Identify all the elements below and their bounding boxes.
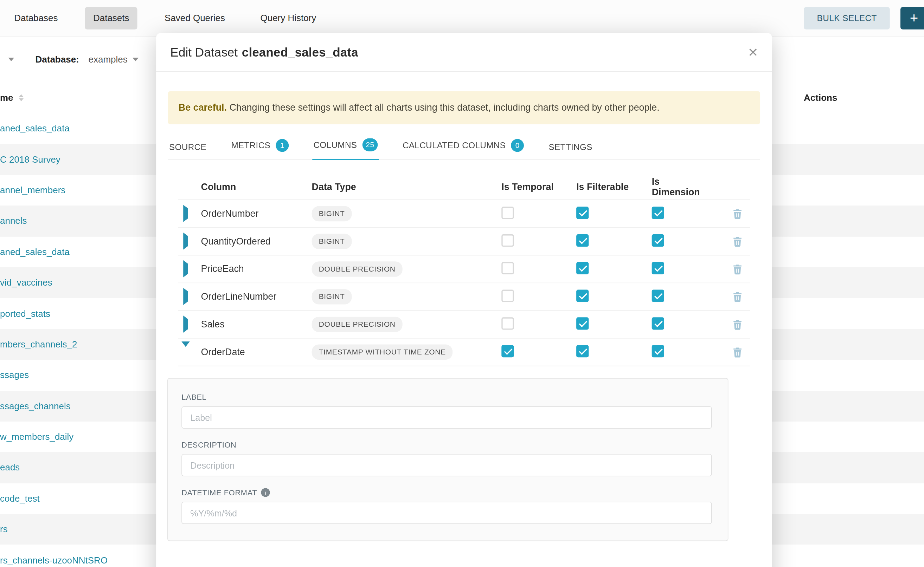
is-filterable-checkbox[interactable] [576, 345, 588, 357]
dataset-link[interactable]: eads [0, 462, 20, 473]
expand-caret-icon[interactable] [183, 288, 188, 305]
is-temporal-checkbox[interactable] [501, 262, 514, 274]
dataset-link[interactable]: C 2018 Survey [0, 154, 60, 164]
columns-table-body: OrderNumberBIGINTQuantityOrderedBIGINTPr… [178, 200, 750, 366]
datetime-format-input[interactable] [181, 502, 712, 524]
expand-caret-icon[interactable] [183, 315, 188, 333]
is-temporal-checkbox[interactable] [501, 290, 514, 302]
info-icon[interactable]: i [261, 488, 270, 497]
description-input[interactable] [181, 454, 712, 476]
caret-cell [178, 292, 199, 302]
checkbox-cell [571, 317, 647, 332]
modal-title-prefix: Edit Dataset [170, 45, 238, 58]
sort-icon[interactable] [19, 94, 24, 101]
is-dimension-checkbox[interactable] [652, 206, 664, 219]
is-filterable-checkbox[interactable] [576, 317, 588, 330]
type-cell: DOUBLE PRECISION [312, 261, 497, 277]
label-field-group: LABEL [181, 393, 712, 429]
dataset-link[interactable]: rs_channels-uzooNNtSRO [0, 555, 108, 566]
close-icon[interactable]: × [748, 44, 758, 60]
column-detail-panel: LABEL DESCRIPTION DATETIME FORMAT i [167, 378, 728, 541]
tab-source[interactable]: SOURCE [168, 136, 208, 159]
dataset-link[interactable]: ssages [0, 370, 29, 381]
is-filterable-checkbox[interactable] [576, 290, 588, 302]
dataset-link[interactable]: ssages_channels [0, 401, 71, 411]
delete-column-button[interactable] [732, 208, 750, 219]
tab-calculated-columns[interactable]: CALCULATED COLUMNS0 [402, 133, 525, 159]
modal-tabs: SOURCEMETRICS1COLUMNS25CALCULATED COLUMN… [168, 132, 760, 160]
chevron-down-icon[interactable] [8, 58, 14, 61]
datetime-format-field-group: DATETIME FORMAT i [181, 488, 712, 524]
tab-metrics[interactable]: METRICS1 [230, 133, 290, 159]
dataset-link[interactable]: ported_stats [0, 308, 50, 319]
delete-column-button[interactable] [732, 236, 750, 247]
name-column-header[interactable]: me [0, 92, 14, 103]
data-type-pill: BIGINT [312, 206, 352, 222]
nav-item-databases[interactable]: Databases [6, 7, 66, 29]
columns-table-header: ColumnData TypeIs TemporalIs FilterableI… [178, 174, 750, 200]
modal-title: Edit Datasetcleaned_sales_data [170, 45, 358, 59]
column-header-data-type: Data Type [312, 182, 497, 192]
dataset-link[interactable]: aned_sales_data [0, 247, 69, 257]
checkbox-cell [571, 262, 647, 276]
dataset-link[interactable]: annels [0, 216, 27, 226]
expand-caret-icon[interactable] [183, 260, 188, 278]
dataset-link[interactable]: w_members_daily [0, 432, 74, 442]
database-filter-select[interactable]: examples [89, 54, 139, 64]
is-temporal-checkbox[interactable] [501, 234, 514, 246]
checkbox-cell [496, 206, 571, 221]
columns-table: ColumnData TypeIs TemporalIs FilterableI… [178, 174, 750, 366]
trash-icon [732, 319, 743, 330]
label-input[interactable] [181, 406, 712, 429]
warning-text: Changing these settings will affect all … [227, 103, 660, 112]
nav-item-datasets[interactable]: Datasets [85, 7, 137, 29]
data-type-pill: DOUBLE PRECISION [312, 317, 403, 332]
checkbox-cell [647, 206, 709, 221]
is-temporal-checkbox[interactable] [501, 206, 514, 219]
dataset-link[interactable]: vid_vaccines [0, 278, 53, 288]
is-filterable-checkbox[interactable] [576, 262, 588, 274]
checkbox-cell [571, 345, 647, 359]
is-temporal-checkbox[interactable] [501, 345, 514, 357]
trash-icon [732, 346, 743, 358]
dataset-link[interactable]: annel_members [0, 185, 65, 195]
delete-column-button[interactable] [732, 264, 750, 275]
dataset-link[interactable]: mbers_channels_2 [0, 339, 77, 350]
dataset-link[interactable]: aned_sales_data [0, 123, 69, 134]
is-dimension-checkbox[interactable] [652, 262, 664, 274]
column-row-quantityordered: QuantityOrderedBIGINT [178, 228, 750, 256]
is-dimension-checkbox[interactable] [652, 290, 664, 302]
tab-settings[interactable]: SETTINGS [548, 136, 593, 159]
nav-item-saved-queries[interactable]: Saved Queries [157, 7, 233, 29]
checkbox-cell [647, 345, 709, 359]
dataset-link[interactable]: code_test [0, 493, 40, 504]
modal-header: Edit Datasetcleaned_sales_data × [156, 33, 772, 72]
checkbox-cell [647, 317, 709, 332]
trash-icon [732, 291, 743, 303]
data-type-pill: BIGINT [312, 289, 352, 304]
is-dimension-checkbox[interactable] [652, 317, 664, 330]
bulk-select-button[interactable]: BULK SELECT [804, 7, 890, 30]
expand-caret-icon[interactable] [183, 205, 188, 222]
is-filterable-checkbox[interactable] [576, 234, 588, 246]
warning-banner: Be careful. Changing these settings will… [168, 92, 760, 124]
tab-columns[interactable]: COLUMNS25 [312, 132, 379, 160]
is-dimension-checkbox[interactable] [652, 345, 664, 357]
add-button[interactable]: + [900, 7, 924, 30]
is-dimension-checkbox[interactable] [652, 234, 664, 246]
column-row-orderdate: OrderDateTIMESTAMP WITHOUT TIME ZONE [178, 339, 750, 366]
is-temporal-checkbox[interactable] [501, 317, 514, 330]
collapse-caret-icon[interactable] [181, 342, 190, 357]
is-filterable-checkbox[interactable] [576, 206, 588, 219]
tab-count-badge: 1 [275, 139, 289, 152]
delete-column-button[interactable] [732, 291, 750, 303]
tab-label: METRICS [231, 141, 270, 150]
delete-column-button[interactable] [732, 346, 750, 358]
expand-caret-icon[interactable] [183, 232, 188, 250]
delete-column-button[interactable] [732, 319, 750, 330]
dataset-link[interactable]: rs [0, 524, 8, 535]
type-cell: BIGINT [312, 206, 497, 222]
edit-dataset-modal: Edit Datasetcleaned_sales_data × Be care… [156, 33, 772, 567]
nav-item-query-history[interactable]: Query History [252, 7, 325, 29]
trash-icon [732, 264, 743, 275]
